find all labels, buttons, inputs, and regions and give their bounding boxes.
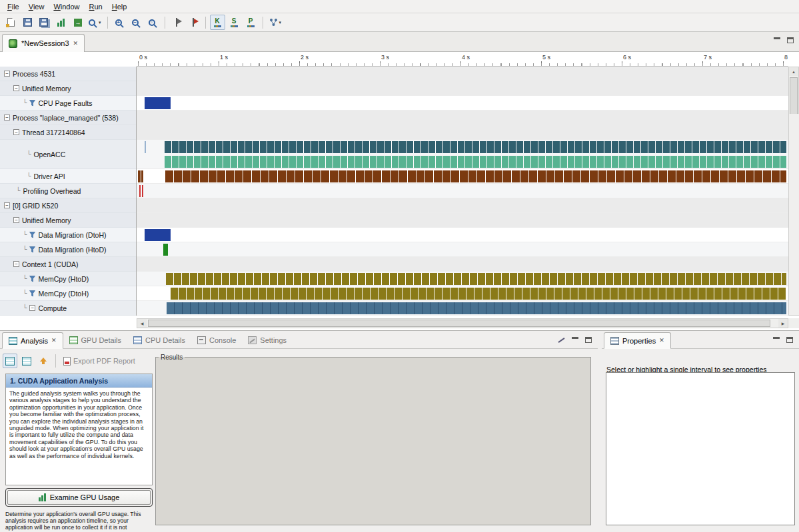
menu-window[interactable]: Window <box>49 1 84 12</box>
scroll-up-arrow-icon[interactable]: ▲ <box>789 67 798 76</box>
tab-cpu-details[interactable]: CPU Details <box>127 332 191 348</box>
maximize-editor-icon[interactable] <box>787 37 794 43</box>
timeline-interval-bar[interactable] <box>145 97 171 109</box>
timeline-interval-bar[interactable] <box>171 288 786 300</box>
menu-help[interactable]: Help <box>107 1 132 12</box>
process-toggle-button[interactable]: P <box>243 15 259 30</box>
tab-analysis[interactable]: Analysis ✕ <box>2 332 63 349</box>
timeline-interval-bar[interactable] <box>165 141 786 153</box>
timeline-row-track[interactable] <box>137 96 788 111</box>
timeline-interval-bar[interactable] <box>139 185 141 197</box>
export-pdf-button[interactable]: Export PDF Report <box>61 354 138 368</box>
timeline-interval-bar[interactable] <box>165 170 786 182</box>
timeline-row-track[interactable] <box>137 272 788 286</box>
maximize-properties-icon[interactable] <box>786 337 793 343</box>
timeline-interval-bar[interactable] <box>142 185 143 197</box>
timeline-row-track[interactable] <box>137 242 788 257</box>
scroll-right-arrow-icon[interactable]: ▶ <box>778 319 788 328</box>
tab-gpu-details[interactable]: GPU Details <box>63 332 128 348</box>
filter-icon[interactable] <box>29 246 35 253</box>
timeline-row-label[interactable]: −Process 4531 <box>0 67 136 81</box>
back-button[interactable] <box>36 354 51 368</box>
search-menu-button[interactable]: ▾ <box>87 15 103 30</box>
timeline-row-track[interactable] <box>137 140 788 169</box>
export-session-button[interactable] <box>70 15 85 30</box>
collapse-toggle-icon[interactable]: − <box>4 202 10 208</box>
timeline-horizontal-scrollbar[interactable]: ◀ ▶ <box>137 318 788 328</box>
collapse-toggle-icon[interactable]: − <box>4 115 10 121</box>
timeline-row-track[interactable] <box>137 184 788 198</box>
timeline-row-track[interactable] <box>137 198 788 213</box>
close-analysis-tab-icon[interactable]: ✕ <box>51 338 57 344</box>
timeline-interval-bar[interactable] <box>167 302 786 314</box>
kernel-toggle-button[interactable]: K <box>210 15 225 30</box>
filter-icon[interactable] <box>29 232 35 238</box>
filter-icon[interactable] <box>29 290 35 297</box>
timeline-row-track[interactable] <box>137 169 788 184</box>
timeline-row-label[interactable]: −Unified Memory <box>0 213 136 228</box>
zoom-fit-button[interactable]: ▫ <box>145 15 161 30</box>
analysis-menu-button[interactable]: ▾ <box>267 15 284 30</box>
collapse-toggle-icon[interactable]: − <box>13 217 19 223</box>
timeline-row-track[interactable] <box>137 301 788 316</box>
filter-icon[interactable] <box>29 276 35 282</box>
zoom-out-button[interactable]: − <box>129 15 144 30</box>
scroll-down-arrow-icon[interactable]: ▼ <box>789 114 799 315</box>
timeline-row-track[interactable] <box>137 125 788 140</box>
save-button[interactable] <box>20 15 35 30</box>
close-properties-tab-icon[interactable]: ✕ <box>659 338 664 344</box>
guided-analysis-button[interactable] <box>3 354 17 368</box>
stream-toggle-button[interactable]: S <box>227 15 242 30</box>
timeline-interval-bar[interactable] <box>145 229 171 241</box>
timeline-row-label[interactable]: └CPU Page Faults <box>0 96 136 111</box>
timeline-row-label[interactable]: −Context 1 (CUDA) <box>0 257 136 272</box>
filter-icon[interactable] <box>29 100 35 107</box>
collapse-toggle-icon[interactable]: − <box>13 261 19 267</box>
timeline-row-label[interactable]: └MemCpy (HtoD) <box>0 272 136 286</box>
timeline-row-label[interactable]: └Data Migration (HtoD) <box>0 242 136 257</box>
prev-marker-button[interactable] <box>169 15 185 30</box>
timeline-row-track[interactable] <box>137 286 788 301</box>
timeline-row-label[interactable]: −Unified Memory <box>0 81 136 96</box>
timeline-row-label[interactable]: └Data Migration (DtoH) <box>0 228 136 242</box>
maximize-analysis-icon[interactable] <box>585 337 592 343</box>
minimize-analysis-icon[interactable] <box>572 337 578 343</box>
timeline-row-track[interactable] <box>137 111 788 125</box>
timeline-vertical-scrollbar[interactable]: ▲ ▼ <box>788 67 799 316</box>
scroll-left-arrow-icon[interactable]: ◀ <box>137 319 147 328</box>
timeline-row-label[interactable]: └Profiling Overhead <box>0 184 136 198</box>
timeline-row-label[interactable]: └−Compute <box>0 301 136 316</box>
tab-newsession3[interactable]: *NewSession3 ✕ <box>2 34 85 52</box>
examine-gpu-usage-button[interactable]: Examine GPU Usage <box>7 490 151 505</box>
analysis-stage-header[interactable]: 1. CUDA Application Analysis <box>6 374 152 388</box>
timeline-row-track[interactable] <box>137 67 788 81</box>
collapse-toggle-icon[interactable]: − <box>29 305 35 311</box>
profile-button[interactable] <box>53 15 69 30</box>
view-menu-icon[interactable] <box>557 336 565 344</box>
timeline-interval-bar[interactable] <box>163 244 168 256</box>
tab-settings[interactable]: Settings <box>242 332 293 348</box>
unguided-analysis-button[interactable] <box>19 354 34 368</box>
timeline-row-track[interactable] <box>137 213 788 228</box>
collapse-toggle-icon[interactable]: − <box>4 71 10 77</box>
zoom-in-button[interactable]: + <box>112 15 127 30</box>
menu-run[interactable]: Run <box>85 1 107 12</box>
timeline-interval-bar[interactable] <box>165 156 786 168</box>
new-session-button[interactable] <box>3 15 19 30</box>
hscroll-thumb[interactable] <box>148 320 770 327</box>
timeline-row-track[interactable] <box>137 257 788 272</box>
timeline-row-label[interactable]: −Thread 3172140864 <box>0 125 136 140</box>
timeline-interval-bar[interactable] <box>138 170 143 182</box>
timeline-row-track[interactable] <box>137 228 788 242</box>
timeline-row-label[interactable]: −Process "laplace_managed" (538) <box>0 111 136 125</box>
tab-properties[interactable]: Properties ✕ <box>604 332 671 349</box>
collapse-toggle-icon[interactable]: − <box>13 85 19 91</box>
timeline-row-label[interactable]: └Driver API <box>0 169 136 184</box>
menu-view[interactable]: View <box>24 1 49 12</box>
minimize-editor-icon[interactable] <box>774 37 780 43</box>
tab-console[interactable]: Console <box>191 332 242 348</box>
timeline-interval-bar[interactable] <box>145 141 146 153</box>
menu-file[interactable]: File <box>3 1 24 12</box>
timeline-row-label[interactable]: └MemCpy (DtoH) <box>0 286 136 301</box>
timeline-interval-bar[interactable] <box>166 273 786 285</box>
